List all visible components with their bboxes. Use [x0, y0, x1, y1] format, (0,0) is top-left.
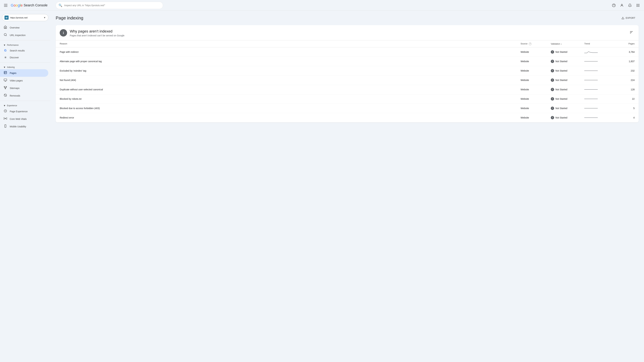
hamburger-menu-button[interactable]	[3, 3, 9, 8]
table-row[interactable]: Excluded by ‘noindex’ tag Website ! Not …	[56, 66, 639, 76]
collapse-icon-performance: ▼	[3, 44, 6, 46]
validation-status: Not Started	[556, 60, 567, 63]
sidebar-item-removals[interactable]: Removals	[0, 92, 48, 99]
apps-button[interactable]	[634, 2, 641, 9]
property-selector[interactable]: W https://protuts.net/ ▼	[2, 14, 48, 21]
validation-status: Not Started	[556, 79, 567, 81]
validation-status: Not Started	[556, 116, 567, 119]
svg-rect-9	[636, 6, 637, 7]
search-icon: 🔍	[58, 3, 62, 7]
cell-pages: 22	[618, 97, 634, 100]
svg-rect-15	[4, 79, 7, 81]
card-subtitle: Pages that aren’t indexed can’t be serve…	[70, 34, 124, 37]
cell-source: Website	[520, 69, 551, 72]
sidebar-section-indexing[interactable]: ▼ Indexing	[0, 64, 50, 69]
header-actions	[610, 2, 641, 9]
svg-rect-6	[636, 5, 637, 6]
user-icon[interactable]	[618, 2, 625, 9]
svg-point-27	[5, 118, 6, 119]
table-row[interactable]: Blocked due to access forbidden (403) We…	[56, 104, 639, 113]
source-help-icon[interactable]: ?	[529, 42, 532, 45]
card-header: i Why pages aren’t indexed Pages that ar…	[56, 25, 639, 40]
sitemaps-icon	[3, 86, 8, 90]
cell-trend	[584, 50, 618, 54]
sidebar-item-search-results[interactable]: G Search results	[0, 47, 48, 54]
mobile-usability-icon	[3, 124, 8, 129]
cell-source: Website	[520, 79, 551, 81]
export-button[interactable]: EXPORT	[618, 15, 639, 21]
main-layout: W https://protuts.net/ ▼ Overview URL in…	[0, 11, 644, 362]
svg-rect-14	[4, 71, 7, 74]
cell-pages: 1,837	[618, 60, 634, 63]
cell-source: Website	[520, 97, 551, 100]
table-row[interactable]: Page with redirect Website ! Not Started…	[56, 47, 639, 57]
sidebar-item-mobile-usability[interactable]: Mobile Usability	[0, 123, 48, 130]
table-row[interactable]: Alternate page with proper canonical tag…	[56, 57, 639, 66]
page-title: Page indexing	[56, 15, 83, 21]
sidebar-item-video-pages[interactable]: Video pages	[0, 77, 48, 84]
sidebar-item-discover[interactable]: ✳ Discover	[0, 54, 48, 61]
col-header-trend: Trend	[584, 42, 618, 45]
sidebar-item-core-web-vitals[interactable]: Core Web Vitals	[0, 115, 48, 123]
notifications-button[interactable]	[626, 2, 633, 9]
validation-status: Not Started	[556, 51, 567, 53]
cell-source: Website	[520, 51, 551, 53]
discover-icon: ✳	[3, 56, 8, 59]
url-inspect-input[interactable]	[64, 4, 160, 7]
card-title: Why pages aren’t indexed	[70, 29, 124, 33]
col-header-reason: Reason	[60, 42, 520, 45]
svg-rect-16	[4, 86, 5, 87]
svg-rect-11	[639, 6, 640, 7]
col-header-source: Source ?	[520, 42, 551, 45]
not-started-icon: !	[551, 60, 554, 63]
sidebar: W https://protuts.net/ ▼ Overview URL in…	[0, 11, 50, 362]
svg-rect-17	[6, 86, 6, 87]
help-button[interactable]	[610, 2, 617, 9]
sidebar-item-sitemaps[interactable]: Sitemaps	[0, 84, 48, 92]
not-started-icon: !	[551, 116, 554, 119]
table-body: Page with redirect Website ! Not Started…	[56, 47, 639, 122]
sidebar-item-url-inspection[interactable]: URL inspection	[0, 31, 48, 39]
cell-validation: ! Not Started	[551, 50, 584, 54]
section-label-performance: Performance	[7, 44, 18, 46]
table-row[interactable]: Redirect error Website ! Not Started 4	[56, 113, 639, 122]
cell-reason: Not found (404)	[60, 76, 520, 84]
app-logo: Google Search Console	[11, 3, 48, 7]
filter-button[interactable]	[628, 29, 634, 36]
table-row[interactable]: Blocked by robots.txt Website ! Not Star…	[56, 94, 639, 104]
sidebar-section-performance[interactable]: ▼ Performance	[0, 42, 50, 47]
cell-trend	[584, 78, 618, 82]
not-started-icon: !	[551, 97, 554, 100]
cell-reason: Blocked by robots.txt	[60, 95, 520, 103]
sidebar-divider-1	[0, 40, 50, 40]
url-inspect-search-bar[interactable]: 🔍	[56, 2, 163, 9]
svg-line-25	[4, 94, 6, 96]
table-row[interactable]: Duplicate without user-selected canonica…	[56, 85, 639, 94]
page-header: Page indexing EXPORT	[56, 15, 639, 21]
sidebar-item-label-video-pages: Video pages	[10, 79, 23, 82]
sidebar-item-overview[interactable]: Overview	[0, 24, 48, 31]
svg-rect-10	[638, 6, 638, 7]
cell-source: Website	[520, 88, 551, 91]
validation-status: Not Started	[556, 97, 567, 100]
home-icon	[3, 25, 8, 30]
cell-validation: ! Not Started	[551, 116, 584, 119]
col-header-validation[interactable]: Validation ↓	[551, 42, 584, 45]
sidebar-item-label-core-web-vitals: Core Web Vitals	[10, 118, 27, 120]
cell-reason: Excluded by ‘noindex’ tag	[60, 67, 520, 75]
sidebar-divider-3	[0, 101, 50, 101]
app-title: Search Console	[24, 3, 48, 7]
table-row[interactable]: Not found (404) Website ! Not Started 22…	[56, 76, 639, 85]
cell-reason: Alternate page with proper canonical tag	[60, 57, 520, 65]
cell-validation: ! Not Started	[551, 88, 584, 91]
sidebar-item-pages[interactable]: Pages	[0, 69, 48, 77]
cell-trend	[584, 116, 618, 120]
validation-status: Not Started	[556, 107, 567, 110]
cell-trend	[584, 59, 618, 63]
sidebar-section-experience[interactable]: ▼ Experience	[0, 102, 50, 108]
pages-icon	[3, 71, 8, 75]
svg-rect-3	[636, 4, 637, 4]
sidebar-item-page-experience[interactable]: Page Experience	[0, 108, 48, 115]
chevron-down-icon: ▼	[44, 16, 46, 19]
video-pages-icon	[3, 78, 8, 83]
